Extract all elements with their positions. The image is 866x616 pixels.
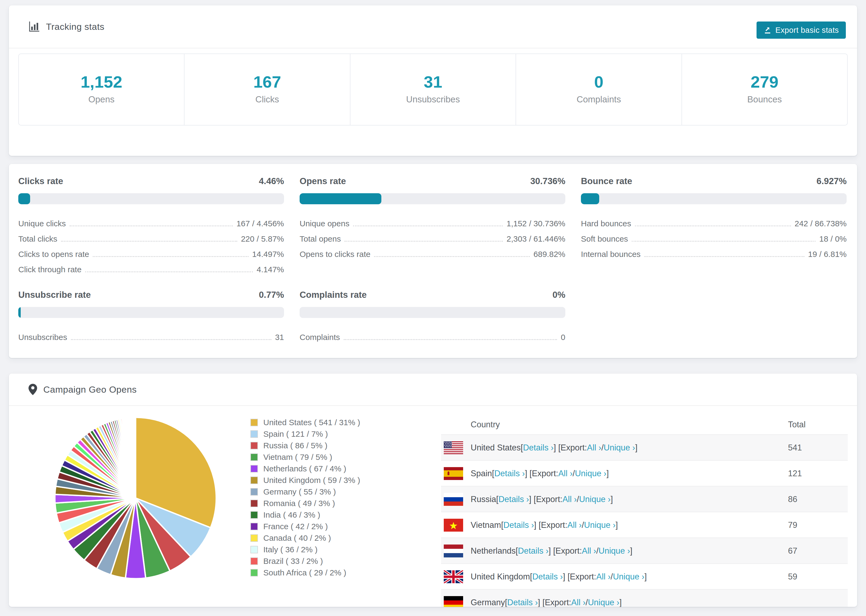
legend-label: France ( 42 / 2% ) [263, 522, 328, 531]
legend-item[interactable]: India ( 46 / 3% ) [250, 509, 360, 520]
legend-swatch [250, 546, 258, 553]
map-pin-icon [28, 383, 38, 395]
rate-detail-rows: Unique clicks 167 / 4.456% Total clicks … [18, 214, 284, 276]
stat-value: 2,303 / 61.446% [506, 234, 565, 244]
stat-label: Total clicks [18, 234, 57, 244]
stat-row: Click through rate 4.147% [18, 261, 284, 276]
export-all-link[interactable]: All › [562, 495, 576, 504]
legend-item[interactable]: Romania ( 49 / 3% ) [250, 498, 360, 509]
summary-label: Clicks [255, 94, 279, 105]
country-name: Netherlands [471, 546, 516, 556]
stat-value: 31 [275, 333, 284, 342]
export-all-link[interactable]: All › [596, 572, 611, 581]
legend-item[interactable]: Netherlands ( 67 / 4% ) [250, 463, 360, 475]
country-cell: Vietnam [Details ›] [Export: All › / Uni… [471, 512, 618, 538]
stat-row: Complaints 0 [299, 328, 565, 344]
total-value: 86 [788, 486, 797, 512]
export-unique-link[interactable]: Unique › [579, 495, 611, 504]
legend-item[interactable]: United States ( 541 / 31% ) [250, 416, 360, 428]
geo-legend: United States ( 541 / 31% ) Spain ( 121 … [250, 416, 360, 578]
export-basic-stats-button[interactable]: Export basic stats [757, 22, 846, 39]
details-link[interactable]: Details › [494, 469, 525, 478]
legend-swatch [250, 511, 258, 519]
total-value: 121 [788, 460, 802, 486]
table-row: Russia [Details ›] [Export: All › / Uniq… [441, 486, 848, 512]
export-unique-link[interactable]: Unique › [604, 443, 635, 453]
country-name: Spain [471, 469, 492, 478]
tracking-stats-title: Tracking stats [28, 21, 104, 33]
legend-item[interactable]: Germany ( 55 / 3% ) [250, 486, 360, 498]
stat-label: Complaints [299, 333, 340, 342]
rate-section: Opens rate 30.736% Unique opens 1,152 / … [299, 176, 565, 276]
legend-item[interactable]: Italy ( 36 / 2% ) [250, 544, 360, 555]
summary-label: Unsubscribes [406, 94, 460, 105]
legend-label: Germany ( 55 / 3% ) [263, 487, 336, 497]
stat-label: Opens to clicks rate [299, 250, 370, 259]
export-unique-link[interactable]: Unique › [584, 520, 616, 530]
details-link[interactable]: Details › [523, 443, 554, 453]
export-unique-link[interactable]: Unique › [588, 598, 619, 607]
legend-label: United States ( 541 / 31% ) [263, 418, 360, 427]
rate-title: Complaints rate [299, 290, 367, 300]
summary-box: 279 Bounces [682, 54, 847, 125]
progress-bar [18, 307, 284, 318]
ru-flag-icon [444, 493, 463, 506]
legend-item[interactable]: Russia ( 86 / 5% ) [250, 440, 360, 451]
total-value: 67 [788, 538, 797, 564]
legend-item[interactable]: Spain ( 121 / 7% ) [250, 428, 360, 440]
stat-row: Unsubscribes 31 [18, 328, 284, 344]
total-value: 79 [788, 512, 797, 538]
summary-label: Opens [88, 94, 115, 105]
dotted-leader [644, 256, 805, 257]
legend-item[interactable]: France ( 42 / 2% ) [250, 520, 360, 532]
table-row: Germany [Details ›] [Export: All › / Uni… [441, 589, 848, 607]
details-link[interactable]: Details › [532, 572, 563, 581]
export-unique-link[interactable]: Unique › [613, 572, 644, 581]
details-link[interactable]: Details › [498, 495, 529, 504]
export-unique-link[interactable]: Unique › [575, 469, 606, 478]
legend-swatch [250, 523, 258, 530]
legend-item[interactable]: South Africa ( 29 / 2% ) [250, 567, 360, 578]
legend-item[interactable]: United Kingdom ( 59 / 3% ) [250, 475, 360, 486]
table-row: Spain [Details ›] [Export: All › / Uniqu… [441, 460, 848, 486]
export-all-link[interactable]: All › [571, 598, 586, 607]
stat-label: Hard bounces [581, 219, 631, 228]
country-name: Germany [471, 598, 505, 607]
legend-label: Romania ( 49 / 3% ) [263, 499, 335, 508]
dotted-leader [344, 339, 557, 340]
rate-title: Clicks rate [18, 176, 63, 186]
legend-item[interactable]: Brazil ( 33 / 2% ) [250, 555, 360, 567]
legend-item[interactable]: Canada ( 40 / 2% ) [250, 532, 360, 544]
country-name: Vietnam [471, 520, 501, 530]
export-all-link[interactable]: All › [558, 469, 573, 478]
export-all-link[interactable]: All › [567, 520, 582, 530]
details-link[interactable]: Details › [504, 520, 534, 530]
page-title: Tracking stats [46, 22, 104, 32]
progress-fill [18, 307, 21, 318]
rate-title: Unsubscribe rate [18, 290, 91, 300]
gb-flag-icon [444, 570, 463, 583]
country-cell: United Kingdom [Details ›] [Export: All … [471, 564, 647, 590]
stat-value: 167 / 4.456% [236, 219, 284, 228]
summary-box: 31 Unsubscribes [350, 54, 516, 125]
de-flag-icon [444, 596, 463, 607]
stat-value: 19 / 6.81% [808, 250, 847, 259]
stat-label: Soft bounces [581, 234, 628, 244]
dotted-leader [635, 225, 791, 226]
export-unique-link[interactable]: Unique › [599, 546, 630, 556]
export-all-link[interactable]: All › [587, 443, 601, 453]
legend-swatch [250, 419, 258, 426]
legend-item[interactable]: Vietnam ( 79 / 5% ) [250, 451, 360, 463]
progress-fill [299, 193, 381, 204]
legend-label: India ( 46 / 3% ) [263, 511, 320, 520]
export-icon [764, 26, 772, 34]
pie-slice[interactable] [135, 417, 135, 498]
progress-fill [581, 193, 599, 204]
export-all-link[interactable]: All › [582, 546, 596, 556]
stat-label: Click through rate [18, 265, 82, 274]
stat-value: 1,152 / 30.736% [506, 219, 565, 228]
bar-chart-icon [28, 21, 40, 33]
details-link[interactable]: Details › [518, 546, 549, 556]
details-link[interactable]: Details › [507, 598, 538, 607]
rate-section: Clicks rate 4.46% Unique clicks 167 / 4.… [18, 176, 284, 276]
